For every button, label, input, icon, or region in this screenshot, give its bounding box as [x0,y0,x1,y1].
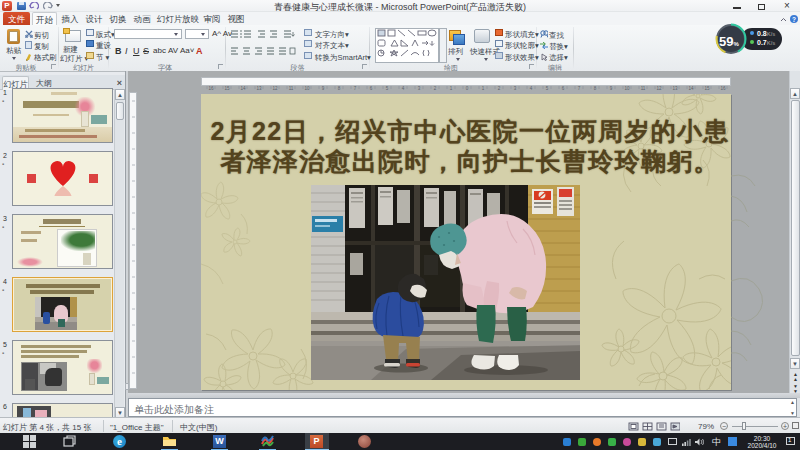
svg-text:6: 6 [370,86,373,91]
svg-text:8: 8 [338,86,341,91]
svg-text:12: 12 [656,86,662,91]
svg-text:10: 10 [624,86,630,91]
svg-text:4: 4 [530,86,533,91]
svg-text:1: 1 [482,86,485,91]
svg-text:4: 4 [402,86,405,91]
svg-text:7: 7 [354,86,357,91]
svg-text:11: 11 [289,86,294,91]
svg-text:6: 6 [562,86,565,91]
svg-text:13: 13 [256,86,262,91]
svg-text:10: 10 [304,86,310,91]
svg-text:3: 3 [418,86,421,91]
svg-text:2: 2 [434,86,437,91]
svg-text:1: 1 [450,86,453,91]
svg-text:9: 9 [610,86,613,91]
svg-text:3: 3 [514,86,517,91]
svg-text:9: 9 [322,86,325,91]
svg-text:14: 14 [240,86,246,91]
svg-text:2: 2 [498,86,501,91]
svg-text:7: 7 [578,86,581,91]
svg-text:5: 5 [546,86,549,91]
svg-text:15: 15 [704,86,710,91]
svg-text:5: 5 [386,86,389,91]
svg-text:15: 15 [224,86,230,91]
svg-text:13: 13 [672,86,678,91]
svg-text:16: 16 [208,86,214,91]
svg-text:0: 0 [466,86,469,91]
svg-text:12: 12 [272,86,278,91]
svg-text:11: 11 [641,86,646,91]
svg-text:8: 8 [594,86,597,91]
svg-text:16: 16 [720,86,726,91]
svg-text:14: 14 [688,86,694,91]
